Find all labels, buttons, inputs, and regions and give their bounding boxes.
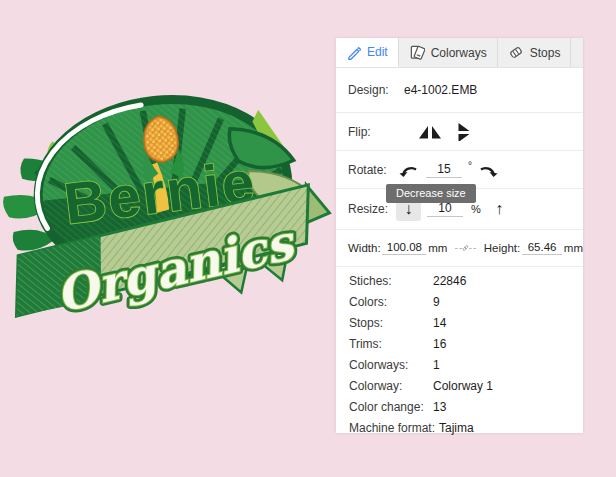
stat-label: Machine format:	[349, 421, 439, 435]
pencil-icon	[346, 45, 361, 60]
stat-value: 16	[433, 337, 446, 351]
rotate-unit: °	[468, 160, 472, 171]
app-canvas: { "colors": { "background": "#F3DCE3", "…	[0, 0, 616, 477]
design-row: Design: e4-1002.EMB	[336, 68, 583, 113]
stops-icon	[508, 45, 524, 60]
down-arrow-icon: ↓	[405, 201, 413, 217]
rotate-ccw-button[interactable]	[396, 162, 420, 177]
flip-row: Flip:	[336, 113, 583, 151]
stat-label: Stops:	[349, 316, 433, 330]
height-unit: mm	[564, 242, 583, 254]
flip-label: Flip:	[348, 125, 396, 139]
up-arrow-icon: ↑	[495, 201, 503, 217]
embroidery-design[interactable]: Bernie Organics Organics	[0, 88, 332, 320]
stat-row-colorways: Colorways: 1	[336, 354, 583, 375]
stat-row-machine-format: Machine format: Tajima	[336, 417, 583, 438]
stat-value: Colorway 1	[433, 379, 493, 393]
flip-vertical-icon[interactable]	[452, 123, 476, 141]
stat-value: 22846	[433, 274, 466, 288]
rotate-input[interactable]: 15	[426, 162, 462, 178]
rotate-ccw-icon	[399, 162, 418, 177]
stat-label: Colors:	[349, 295, 433, 309]
stat-value: 13	[433, 400, 446, 414]
flip-horizontal-icon[interactable]	[418, 123, 442, 141]
stat-label: Stiches:	[349, 274, 433, 288]
stat-value: 1	[433, 358, 440, 372]
design-stats: Stiches: 22846 Colors: 9 Stops: 14 Trims…	[336, 267, 583, 438]
rotate-cw-button[interactable]	[476, 162, 500, 177]
stat-label: Colorways:	[349, 358, 433, 372]
colorways-icon	[409, 45, 425, 60]
width-label: Width:	[348, 242, 381, 254]
stat-row-stitches: Stiches: 22846	[336, 270, 583, 291]
tab-stops-label: Stops	[530, 46, 561, 60]
height-input[interactable]: 65.46	[522, 241, 562, 255]
resize-input[interactable]: 10	[427, 201, 463, 217]
width-input[interactable]: 100.08	[382, 241, 426, 255]
embroidery-design-graphic: Bernie Organics Organics	[0, 88, 332, 320]
size-row: Width: 100.08 mm Height: 65.46 mm	[336, 230, 583, 267]
stat-label: Trims:	[349, 337, 433, 351]
stat-row-color-change: Color change: 13	[336, 396, 583, 417]
resize-label: Resize:	[348, 202, 396, 216]
tab-bar: Edit Colorways Stops	[336, 38, 583, 68]
rotate-cw-icon	[479, 162, 498, 177]
tab-edit[interactable]: Edit	[336, 38, 399, 67]
rotate-label: Rotate:	[348, 163, 396, 177]
width-unit: mm	[428, 242, 447, 254]
properties-panel: Edit Colorways Stops	[336, 38, 583, 433]
tab-colorways[interactable]: Colorways	[399, 38, 498, 67]
height-label: Height:	[484, 242, 520, 254]
stat-row-trims: Trims: 16	[336, 333, 583, 354]
stat-row-colorway: Colorway: Colorway 1	[336, 375, 583, 396]
stat-value: Tajima	[439, 421, 474, 435]
tab-stops[interactable]: Stops	[498, 38, 572, 67]
resize-unit: %	[471, 203, 481, 215]
design-filename: e4-1002.EMB	[404, 83, 477, 97]
stat-label: Colorway:	[349, 379, 433, 393]
tooltip: Decrease size	[386, 184, 476, 203]
design-label: Design:	[348, 83, 396, 97]
resize-increase-button[interactable]: ↑	[487, 198, 512, 221]
tab-colorways-label: Colorways	[431, 46, 487, 60]
stat-value: 14	[433, 316, 446, 330]
stat-row-stops: Stops: 14	[336, 312, 583, 333]
link-icon[interactable]	[462, 241, 469, 255]
tab-edit-label: Edit	[367, 45, 388, 59]
stat-label: Color change:	[349, 400, 433, 414]
stat-value: 9	[433, 295, 440, 309]
stat-row-colors: Colors: 9	[336, 291, 583, 312]
